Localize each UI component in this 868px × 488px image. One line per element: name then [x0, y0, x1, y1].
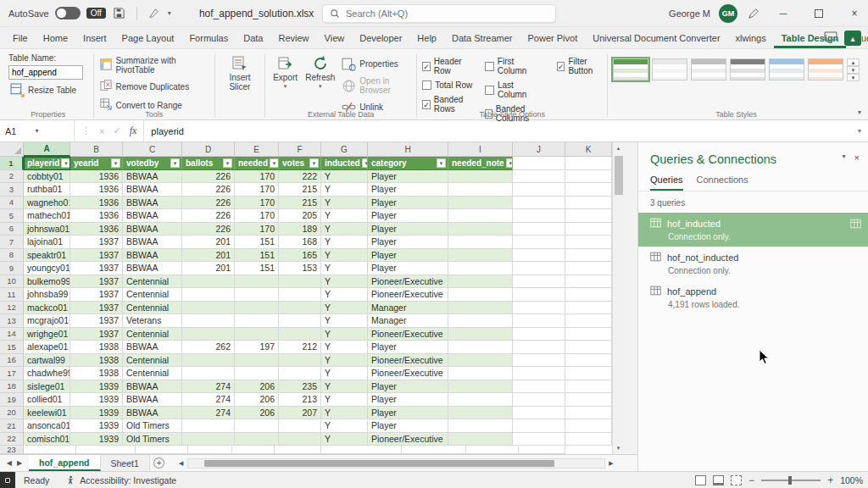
cell-H13[interactable]: Manager — [368, 314, 448, 328]
cell-K11[interactable] — [565, 288, 612, 302]
header-cell-ballots[interactable]: ballots▼ — [182, 157, 235, 170]
cell-K7[interactable] — [565, 236, 612, 249]
cell-E15[interactable]: 197 — [235, 341, 279, 354]
cell-C14[interactable]: Centennial — [123, 328, 182, 341]
cell-D22[interactable] — [182, 433, 235, 446]
cell-C22[interactable]: Old Timers — [123, 433, 182, 446]
cell-I22[interactable] — [448, 433, 513, 446]
cell-C7[interactable]: BBWAA — [123, 236, 182, 249]
cell-I15[interactable] — [448, 341, 513, 354]
panel-menu-icon[interactable]: ▾ — [843, 152, 846, 163]
cell-B21[interactable]: 1939 — [70, 419, 123, 433]
accessibility-status[interactable]: Accessibility: Investigate — [58, 475, 185, 485]
cell-J20[interactable] — [513, 407, 565, 420]
header-cell-yearid[interactable]: yearid▼ — [70, 157, 123, 170]
ribbon-tab-insert[interactable]: Insert — [75, 29, 114, 48]
cell-F19[interactable]: 213 — [279, 393, 321, 407]
zoom-slider[interactable] — [761, 480, 821, 481]
cell-H18[interactable]: Player — [368, 380, 448, 394]
cell-I7[interactable] — [448, 236, 513, 249]
cell-C19[interactable]: BBWAA — [123, 393, 182, 407]
cell-D2[interactable]: 226 — [182, 170, 235, 184]
cell-I9[interactable] — [448, 262, 513, 275]
cell-G10[interactable]: Y — [321, 275, 368, 289]
cell-F20[interactable]: 207 — [279, 407, 321, 420]
filter-button[interactable]: ▼ — [170, 158, 180, 168]
cell-F17[interactable] — [279, 367, 321, 380]
ribbon-tab-data[interactable]: Data — [236, 29, 270, 48]
cell-H20[interactable]: Player — [368, 407, 448, 420]
checkbox-first-column[interactable]: First Column — [485, 57, 545, 75]
row-header-9[interactable]: 9 — [0, 262, 24, 275]
insert-slicer-button[interactable]: Insert Slicer — [220, 53, 259, 92]
cell-C11[interactable]: Centennial — [123, 288, 182, 302]
cell-D13[interactable] — [182, 314, 235, 328]
row-header-16[interactable]: 16 — [0, 354, 24, 368]
cell-B8[interactable]: 1937 — [70, 249, 123, 263]
restore-button[interactable] — [805, 0, 832, 27]
cell-J22[interactable] — [513, 433, 565, 446]
cell-A7[interactable]: lajoina01 — [24, 236, 70, 249]
cell-E3[interactable]: 170 — [235, 183, 279, 197]
row-header-10[interactable]: 10 — [0, 275, 24, 289]
cell-partial[interactable] — [232, 446, 275, 454]
cell-A18[interactable]: sislege01 — [24, 380, 70, 394]
cell-E9[interactable]: 151 — [235, 262, 279, 275]
header-cell-category[interactable]: category▼ — [368, 157, 448, 170]
cell-C9[interactable]: BBWAA — [123, 262, 182, 275]
cell-G16[interactable]: Y — [321, 354, 368, 368]
cell-F15[interactable]: 212 — [279, 341, 321, 354]
name-box[interactable]: A1 ▾ — [0, 120, 75, 141]
cell-B22[interactable]: 1939 — [70, 433, 123, 446]
cell-E10[interactable] — [235, 275, 279, 289]
cell-K6[interactable] — [565, 223, 612, 236]
sheet-tab-hof_append[interactable]: hof_append — [29, 455, 101, 471]
cell-A13[interactable]: mcgrajo01 — [24, 314, 70, 328]
cell-K10[interactable] — [565, 275, 612, 289]
hscroll-left-icon[interactable]: ◀ — [175, 460, 187, 467]
cell-H8[interactable]: Player — [368, 249, 448, 263]
table-style-orange[interactable] — [808, 58, 843, 80]
cell-A9[interactable]: youngcy01 — [24, 262, 70, 275]
cell-A17[interactable]: chadwhe99 — [24, 367, 70, 380]
cell-H14[interactable]: Pioneer/Executive — [368, 328, 448, 341]
cell-C3[interactable]: BBWAA — [123, 183, 182, 197]
cell-A10[interactable]: bulkemo99 — [24, 275, 70, 289]
cell-D20[interactable]: 274 — [182, 407, 235, 420]
cell-J5[interactable] — [513, 209, 565, 223]
row-header-11[interactable]: 11 — [0, 288, 24, 302]
cell-D7[interactable]: 201 — [182, 236, 235, 249]
cell-G14[interactable]: Y — [321, 328, 368, 341]
table-style-dark-gray[interactable] — [730, 58, 765, 80]
cell-I16[interactable] — [448, 354, 513, 368]
horizontal-scrollbar[interactable]: ◀ ▶ — [175, 455, 637, 471]
zoom-out-icon[interactable]: − — [748, 474, 754, 486]
checkbox-box[interactable] — [485, 62, 494, 71]
header-cell-needed_note[interactable]: needed_note▼ — [448, 157, 513, 170]
pen-icon[interactable] — [746, 6, 761, 21]
cell-I2[interactable] — [448, 170, 513, 184]
cell-partial[interactable] — [402, 446, 466, 454]
ribbon-tab-developer[interactable]: Developer — [352, 29, 409, 48]
cell-I10[interactable] — [448, 275, 513, 289]
cell-F11[interactable] — [279, 288, 321, 302]
table-name-input[interactable] — [8, 65, 83, 80]
cell-H12[interactable]: Manager — [368, 302, 448, 315]
filter-button[interactable]: ▼ — [61, 158, 70, 168]
cell-A15[interactable]: alexape01 — [24, 341, 70, 354]
enter-formula-icon[interactable]: ✓ — [113, 125, 120, 136]
vertical-scrollbar[interactable]: ▲ ▼ — [612, 142, 624, 454]
cell-H5[interactable]: Player — [368, 209, 448, 223]
formula-value[interactable]: playerid — [144, 120, 851, 141]
refresh-button[interactable]: Refresh ▾ — [303, 53, 337, 115]
resize-table-button[interactable]: Resize Table — [8, 82, 83, 98]
cell-J8[interactable] — [513, 249, 565, 263]
cell-F10[interactable] — [279, 275, 321, 289]
cell-C2[interactable]: BBWAA — [123, 170, 182, 184]
header-cell-inducted[interactable]: inducted▼ — [321, 157, 368, 170]
cell-B13[interactable]: 1937 — [70, 314, 123, 328]
cell-E22[interactable] — [235, 433, 279, 446]
cell-J18[interactable] — [513, 380, 565, 394]
cell-F14[interactable] — [279, 328, 321, 341]
cell-A6[interactable]: johnswa01 — [24, 223, 70, 236]
